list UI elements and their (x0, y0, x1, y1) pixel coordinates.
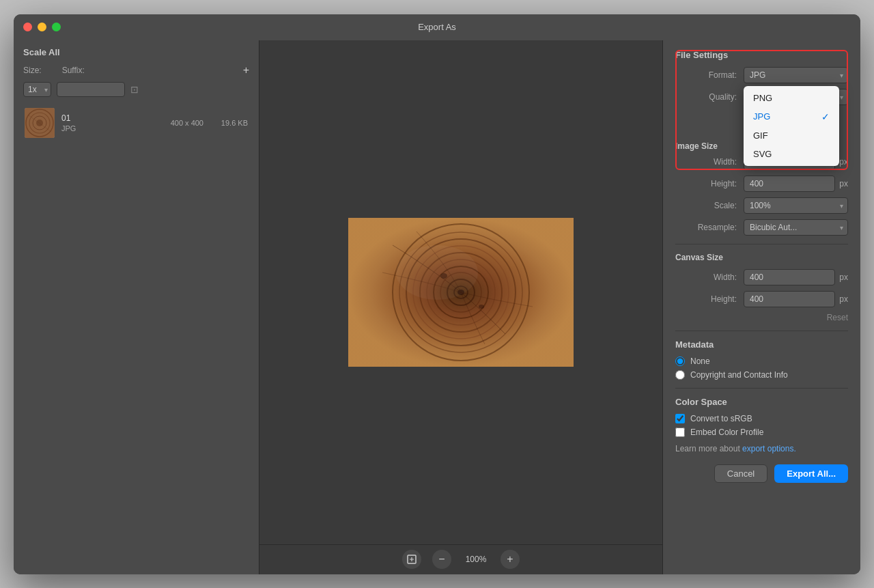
canvas-width-px: px (839, 272, 848, 282)
window-controls (23, 23, 61, 31)
file-settings-title: File Settings (675, 50, 848, 60)
file-list: 01 JPG 400 x 400 19.6 KB (14, 104, 259, 574)
maximize-button[interactable] (52, 23, 61, 31)
check-icon: ✓ (821, 111, 830, 122)
format-option-jpg[interactable]: JPG ✓ (744, 107, 839, 126)
left-panel: Scale All Size: Suffix: + 1x 2x 3x ⊡ (14, 40, 259, 574)
file-info: 01 JPG (61, 113, 76, 132)
resample-select-wrap: Bicubic Aut... Bicubic Bilinear (744, 219, 848, 236)
resample-label: Resample: (675, 223, 737, 232)
add-scale-button[interactable]: + (243, 64, 249, 76)
divider-3 (675, 388, 848, 389)
learn-more-text: Learn more about (675, 444, 740, 453)
format-option-png[interactable]: PNG (744, 89, 839, 107)
scale-row-settings: Scale: 100% 50% 200% (675, 197, 848, 214)
format-option-svg[interactable]: SVG (744, 145, 839, 163)
file-dims: 400 x 400 (171, 119, 203, 127)
file-item[interactable]: 01 JPG 400 x 400 19.6 KB (19, 104, 253, 142)
zoom-in-button[interactable]: + (501, 550, 520, 569)
right-panel: File Settings Format: JPG PNG GIF SVG (662, 40, 860, 574)
image-size-title: Image Size (675, 141, 718, 151)
scale-label-settings: Scale: (675, 201, 737, 210)
file-name: 01 (61, 113, 76, 123)
file-thumbnail (25, 108, 55, 138)
canvas-width-label: Width: (675, 272, 737, 282)
height-px-label: px (839, 179, 848, 188)
divider-2 (675, 331, 848, 331)
metadata-copyright-radio[interactable] (675, 370, 685, 380)
canvas-height-input[interactable] (744, 291, 835, 307)
metadata-copyright-row: Copyright and Contact Info (675, 370, 848, 380)
cancel-button[interactable]: Cancel (714, 464, 767, 483)
titlebar: Export As (14, 14, 860, 40)
convert-srgb-checkbox[interactable] (675, 414, 685, 423)
format-select[interactable]: JPG PNG GIF SVG (744, 67, 848, 83)
export-all-button[interactable]: Export All... (774, 464, 848, 483)
canvas-size-title: Canvas Size (675, 253, 848, 262)
fit-to-screen-button[interactable] (402, 550, 421, 569)
convert-srgb-row: Convert to sRGB (675, 414, 848, 423)
format-row: Format: JPG PNG GIF SVG PNG (675, 67, 848, 83)
format-dropdown: PNG JPG ✓ GIF SVG (744, 86, 839, 166)
zoom-level: 100% (462, 555, 490, 564)
svg-point-4 (36, 120, 43, 126)
resample-row: Resample: Bicubic Aut... Bicubic Bilinea… (675, 219, 848, 236)
zoom-out-icon: − (438, 553, 445, 565)
scale-select-settings[interactable]: 100% 50% 200% (744, 197, 848, 214)
embed-profile-row: Embed Color Profile (675, 428, 848, 437)
convert-srgb-label: Convert to sRGB (690, 414, 752, 423)
size-label: Size: (23, 66, 42, 75)
canvas-width-input-wrap: px (744, 269, 848, 285)
svg-point-20 (479, 305, 484, 309)
scale-controls: Size: Suffix: + (14, 61, 259, 82)
canvas-height-px: px (839, 294, 848, 304)
embed-profile-checkbox[interactable] (675, 428, 685, 437)
metadata-copyright-label: Copyright and Contact Info (690, 370, 788, 380)
file-size: 19.6 KB (210, 119, 248, 127)
embed-profile-label: Embed Color Profile (690, 428, 763, 437)
scale-select-wrap-settings: 100% 50% 200% (744, 197, 848, 214)
file-settings-section: File Settings Format: JPG PNG GIF SVG (675, 50, 848, 170)
canvas-height-row: Height: px (675, 291, 848, 307)
image-width-label: Width: (675, 157, 737, 167)
canvas-width-input[interactable] (744, 269, 835, 285)
close-button[interactable] (23, 23, 32, 31)
image-height-input-wrap: px (744, 176, 848, 192)
center-panel: − 100% + (259, 40, 662, 574)
app-window: Export As Scale All Size: Suffix: + 1x 2… (14, 14, 860, 574)
scale-all-header: Scale All (14, 40, 259, 61)
zoom-out-button[interactable]: − (432, 550, 451, 569)
suffix-label: Suffix: (62, 66, 85, 75)
metadata-none-row: None (675, 356, 848, 366)
svg-point-21 (396, 245, 478, 300)
quality-label: Quality: (675, 92, 737, 102)
scale-select-wrapper: 1x 2x 3x (23, 82, 51, 97)
suffix-input[interactable] (57, 82, 125, 97)
window-title: Export As (418, 22, 456, 32)
scale-row: 1x 2x 3x ⊡ (14, 82, 259, 104)
delete-scale-button[interactable]: ⊡ (130, 84, 139, 95)
export-options-link[interactable]: export options. (742, 444, 796, 453)
scale-select[interactable]: 1x 2x 3x (23, 82, 51, 97)
bottom-buttons: Cancel Export All... (675, 464, 848, 483)
format-label: Format: (675, 70, 737, 80)
learn-more-row: Learn more about export options. (675, 444, 848, 453)
minimize-button[interactable] (38, 23, 46, 31)
preview-toolbar: − 100% + (259, 544, 662, 574)
color-space-title: Color Space (675, 397, 848, 407)
file-type: JPG (61, 124, 76, 132)
metadata-title: Metadata (675, 339, 848, 350)
format-option-gif[interactable]: GIF (744, 126, 839, 145)
format-select-wrapper: JPG PNG GIF SVG PNG JPG ✓ (744, 67, 848, 83)
canvas-height-input-wrap: px (744, 291, 848, 307)
metadata-none-radio[interactable] (675, 356, 685, 366)
reset-row: Reset (675, 313, 848, 322)
main-content: Scale All Size: Suffix: + 1x 2x 3x ⊡ (14, 40, 860, 574)
reset-button[interactable]: Reset (827, 313, 848, 322)
height-row: Height: px (675, 176, 848, 192)
image-height-label: Height: (675, 179, 737, 188)
resample-select[interactable]: Bicubic Aut... Bicubic Bilinear (744, 219, 848, 236)
image-height-input[interactable] (744, 176, 835, 192)
preview-image (348, 218, 574, 367)
zoom-in-icon: + (507, 553, 513, 565)
